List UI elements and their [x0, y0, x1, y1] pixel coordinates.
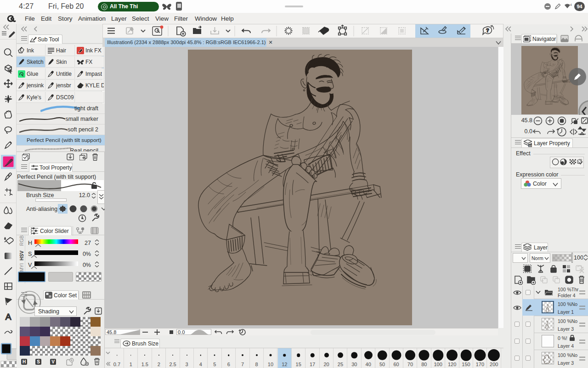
- svg-text:A: A: [6, 312, 11, 322]
- svg-text:?: ?: [486, 28, 489, 33]
- svg-text:4: 4: [570, 3, 572, 6]
- svg-text:10: 10: [529, 144, 532, 147]
